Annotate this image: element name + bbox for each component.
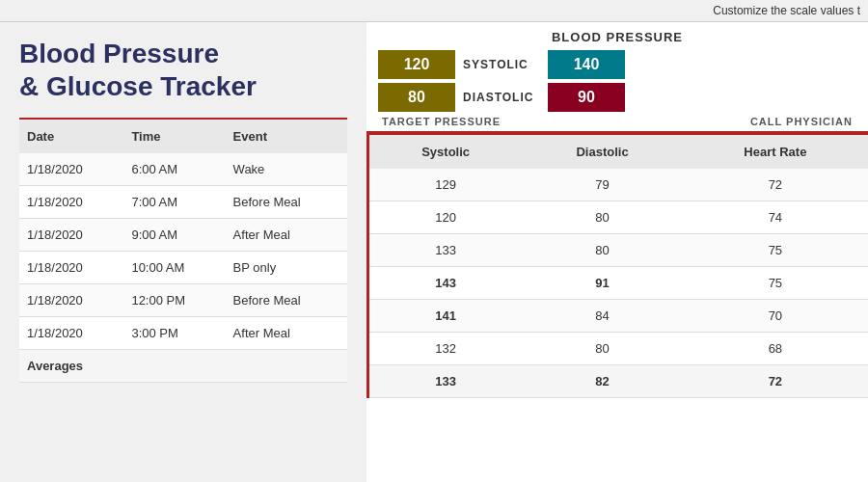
cell-diastolic: 80 (522, 333, 682, 365)
right-data-table: Systolic Diastolic Heart Rate 129 79 72 … (366, 133, 868, 398)
cell-heartrate: 72 (683, 169, 868, 201)
cell-systolic: 143 (368, 267, 523, 300)
cell-heartrate: 68 (683, 333, 868, 365)
table-row: 1/18/2020 12:00 PM Before Meal (19, 284, 347, 317)
cell-heartrate: 74 (683, 201, 868, 234)
table-header-row: Date Time Event (19, 119, 347, 153)
right-table-row: 129 79 72 (368, 169, 869, 201)
cell-diastolic: 80 (522, 234, 682, 267)
cell-time: 9:00 AM (123, 219, 225, 252)
cell-time: 10:00 AM (123, 252, 225, 284)
cell-diastolic: 80 (522, 201, 682, 234)
averages-label: Averages (19, 350, 347, 383)
cell-date: 1/18/2020 (19, 219, 123, 252)
data-table: Date Time Event 1/18/2020 6:00 AM Wake 1… (19, 118, 347, 383)
right-averages-row: 133 82 72 (368, 365, 869, 398)
bp-section: BLOOD PRESSURE 120 SYSTOLIC 140 80 DIAST… (366, 22, 868, 131)
cell-event: Before Meal (226, 186, 347, 219)
cell-systolic: 129 (368, 169, 523, 201)
cell-event: Before Meal (226, 284, 347, 317)
col-systolic: Systolic (368, 134, 523, 169)
call-diastolic-box: 90 (548, 83, 625, 112)
cell-heartrate: 75 (683, 234, 868, 267)
content-area: Blood Pressure & Glucose Tracker Date Ti… (0, 22, 868, 482)
averages-row: Averages (19, 350, 347, 383)
cell-date: 1/18/2020 (19, 252, 123, 284)
title-line2: & Glucose Tracker (19, 71, 257, 101)
table-row: 1/18/2020 10:00 AM BP only (19, 252, 347, 284)
cell-systolic: 120 (368, 201, 523, 234)
right-table-wrapper: Systolic Diastolic Heart Rate 129 79 72 … (366, 133, 868, 482)
cell-event: Wake (226, 153, 347, 186)
cell-event: After Meal (226, 317, 347, 350)
cell-diastolic: 84 (522, 300, 682, 333)
target-diastolic-box: 80 (378, 83, 455, 112)
cell-event: After Meal (226, 219, 347, 252)
cell-time: 6:00 AM (123, 153, 225, 186)
cell-date: 1/18/2020 (19, 153, 123, 186)
right-table-row: 141 84 70 (368, 300, 869, 333)
target-systolic-box: 120 (378, 50, 455, 79)
cell-heartrate: 75 (683, 267, 868, 300)
top-bar: Customize the scale values t (0, 0, 868, 22)
left-panel: Blood Pressure & Glucose Tracker Date Ti… (0, 22, 366, 482)
right-table-row: 133 80 75 (368, 234, 869, 267)
diastolic-row: 80 DIASTOLIC 90 (378, 83, 856, 112)
right-table-row: 143 91 75 (368, 267, 869, 300)
cell-time: 7:00 AM (123, 186, 225, 219)
app-title: Blood Pressure & Glucose Tracker (19, 38, 347, 102)
customize-text: Customize the scale values t (713, 4, 860, 17)
right-table-row: 120 80 74 (368, 201, 869, 234)
table-row: 1/18/2020 3:00 PM After Meal (19, 317, 347, 350)
systolic-row: 120 SYSTOLIC 140 (378, 50, 856, 79)
target-pressure-label: TARGET PRESSURE (382, 116, 501, 127)
cell-systolic: 141 (368, 300, 523, 333)
title-line1: Blood Pressure (19, 39, 219, 68)
diastolic-label: DIASTOLIC (463, 91, 540, 104)
col-heartrate: Heart Rate (683, 134, 868, 169)
avg-heartrate: 72 (683, 365, 868, 398)
cell-systolic: 133 (368, 234, 523, 267)
table-wrapper: Date Time Event 1/18/2020 6:00 AM Wake 1… (19, 118, 347, 467)
table-row: 1/18/2020 6:00 AM Wake (19, 153, 347, 186)
col-event: Event (226, 119, 347, 153)
pressure-labels-row: TARGET PRESSURE CALL PHYSICIAN (378, 116, 856, 127)
cell-time: 3:00 PM (123, 317, 225, 350)
cell-systolic: 132 (368, 333, 523, 365)
systolic-label: SYSTOLIC (463, 58, 540, 71)
right-table-row: 132 80 68 (368, 333, 869, 365)
cell-heartrate: 70 (683, 300, 868, 333)
bp-section-label: BLOOD PRESSURE (378, 30, 856, 44)
col-time: Time (123, 119, 225, 153)
col-diastolic: Diastolic (522, 134, 682, 169)
table-row: 1/18/2020 9:00 AM After Meal (19, 219, 347, 252)
avg-diastolic: 82 (522, 365, 682, 398)
cell-event: BP only (226, 252, 347, 284)
cell-date: 1/18/2020 (19, 317, 123, 350)
cell-diastolic: 79 (522, 169, 682, 201)
call-physician-label: CALL PHYSICIAN (750, 116, 853, 127)
app-container: Customize the scale values t Blood Press… (0, 0, 868, 482)
cell-diastolic: 91 (522, 267, 682, 300)
right-header-row: Systolic Diastolic Heart Rate (368, 134, 869, 169)
right-panel: BLOOD PRESSURE 120 SYSTOLIC 140 80 DIAST… (366, 22, 868, 482)
cell-date: 1/18/2020 (19, 284, 123, 317)
avg-systolic: 133 (368, 365, 523, 398)
table-row: 1/18/2020 7:00 AM Before Meal (19, 186, 347, 219)
cell-date: 1/18/2020 (19, 186, 123, 219)
call-systolic-box: 140 (548, 50, 625, 79)
col-date: Date (19, 119, 123, 153)
cell-time: 12:00 PM (123, 284, 225, 317)
